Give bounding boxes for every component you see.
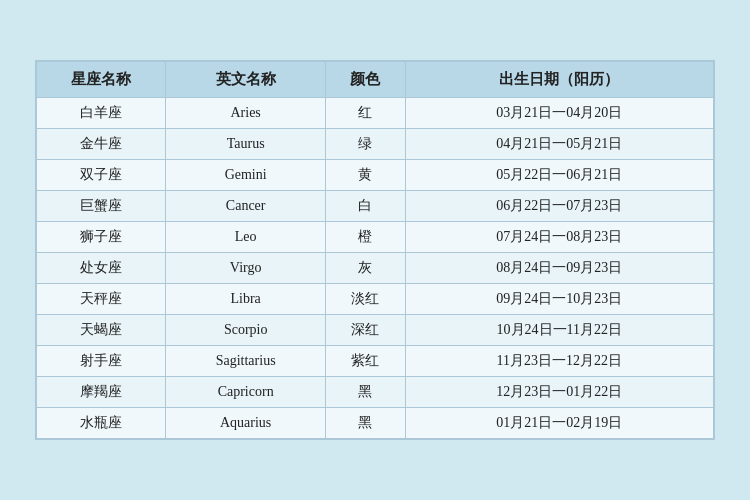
table-row: 巨蟹座Cancer白06月22日一07月23日	[37, 191, 714, 222]
table-row: 狮子座Leo橙07月24日一08月23日	[37, 222, 714, 253]
header-color: 颜色	[325, 62, 405, 98]
cell-color: 绿	[325, 129, 405, 160]
cell-english: Libra	[166, 284, 326, 315]
table-row: 白羊座Aries红03月21日一04月20日	[37, 98, 714, 129]
header-date: 出生日期（阳历）	[405, 62, 713, 98]
cell-english: Gemini	[166, 160, 326, 191]
cell-chinese: 狮子座	[37, 222, 166, 253]
cell-english: Capricorn	[166, 377, 326, 408]
cell-date: 11月23日一12月22日	[405, 346, 713, 377]
cell-date: 07月24日一08月23日	[405, 222, 713, 253]
zodiac-table: 星座名称 英文名称 颜色 出生日期（阳历） 白羊座Aries红03月21日一04…	[36, 61, 714, 439]
cell-color: 深红	[325, 315, 405, 346]
table-body: 白羊座Aries红03月21日一04月20日金牛座Taurus绿04月21日一0…	[37, 98, 714, 439]
zodiac-table-container: 星座名称 英文名称 颜色 出生日期（阳历） 白羊座Aries红03月21日一04…	[35, 60, 715, 440]
cell-date: 12月23日一01月22日	[405, 377, 713, 408]
table-row: 射手座Sagittarius紫红11月23日一12月22日	[37, 346, 714, 377]
cell-chinese: 射手座	[37, 346, 166, 377]
table-row: 天秤座Libra淡红09月24日一10月23日	[37, 284, 714, 315]
cell-date: 09月24日一10月23日	[405, 284, 713, 315]
cell-chinese: 处女座	[37, 253, 166, 284]
cell-english: Aries	[166, 98, 326, 129]
table-row: 处女座Virgo灰08月24日一09月23日	[37, 253, 714, 284]
cell-date: 06月22日一07月23日	[405, 191, 713, 222]
cell-date: 08月24日一09月23日	[405, 253, 713, 284]
header-english: 英文名称	[166, 62, 326, 98]
cell-english: Taurus	[166, 129, 326, 160]
cell-color: 橙	[325, 222, 405, 253]
cell-chinese: 巨蟹座	[37, 191, 166, 222]
cell-english: Scorpio	[166, 315, 326, 346]
cell-color: 淡红	[325, 284, 405, 315]
cell-color: 红	[325, 98, 405, 129]
cell-english: Cancer	[166, 191, 326, 222]
cell-color: 黑	[325, 408, 405, 439]
table-row: 摩羯座Capricorn黑12月23日一01月22日	[37, 377, 714, 408]
cell-color: 白	[325, 191, 405, 222]
cell-chinese: 摩羯座	[37, 377, 166, 408]
cell-date: 01月21日一02月19日	[405, 408, 713, 439]
cell-chinese: 天秤座	[37, 284, 166, 315]
cell-chinese: 双子座	[37, 160, 166, 191]
cell-chinese: 天蝎座	[37, 315, 166, 346]
cell-english: Virgo	[166, 253, 326, 284]
table-row: 金牛座Taurus绿04月21日一05月21日	[37, 129, 714, 160]
cell-english: Sagittarius	[166, 346, 326, 377]
cell-chinese: 白羊座	[37, 98, 166, 129]
cell-color: 灰	[325, 253, 405, 284]
cell-color: 黑	[325, 377, 405, 408]
cell-color: 紫红	[325, 346, 405, 377]
cell-chinese: 金牛座	[37, 129, 166, 160]
table-row: 天蝎座Scorpio深红10月24日一11月22日	[37, 315, 714, 346]
cell-date: 04月21日一05月21日	[405, 129, 713, 160]
header-chinese: 星座名称	[37, 62, 166, 98]
cell-english: Leo	[166, 222, 326, 253]
cell-color: 黄	[325, 160, 405, 191]
cell-date: 05月22日一06月21日	[405, 160, 713, 191]
cell-date: 03月21日一04月20日	[405, 98, 713, 129]
table-header-row: 星座名称 英文名称 颜色 出生日期（阳历）	[37, 62, 714, 98]
cell-english: Aquarius	[166, 408, 326, 439]
cell-date: 10月24日一11月22日	[405, 315, 713, 346]
table-row: 双子座Gemini黄05月22日一06月21日	[37, 160, 714, 191]
cell-chinese: 水瓶座	[37, 408, 166, 439]
table-row: 水瓶座Aquarius黑01月21日一02月19日	[37, 408, 714, 439]
